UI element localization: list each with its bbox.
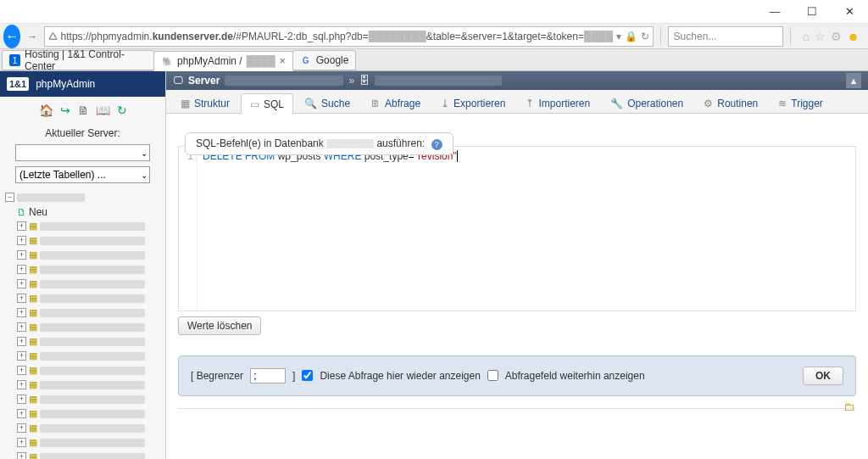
browser-tab-label: Google xyxy=(316,54,349,66)
delimiter-input[interactable] xyxy=(250,368,286,383)
tree-item[interactable]: +▦ xyxy=(17,406,162,421)
tab-trigger[interactable]: ≋Trigger xyxy=(769,92,832,113)
tree-item[interactable]: +▦ xyxy=(17,291,162,305)
editor-gutter: 1 xyxy=(179,147,198,311)
db-tree: − 🗋Neu +▦ +▦ +▦ +▦ +▦ +▦ +▦ +▦ +▦ +▦ +▦ … xyxy=(0,187,165,459)
browser-search-input[interactable]: Suchen... xyxy=(668,26,784,47)
recent-select-value: (Letzte Tabellen) ... xyxy=(19,169,106,181)
favicon-icon: G xyxy=(300,54,312,66)
tree-item[interactable]: +▦ xyxy=(17,262,162,277)
reload-icon[interactable]: ↻ xyxy=(641,31,649,42)
show-again-label: Diese Abfrage hier wieder anzeigen xyxy=(320,370,480,382)
breadcrumb-db-name[interactable] xyxy=(375,76,502,86)
site-identity-icon: 🛆 xyxy=(48,31,58,42)
browser-tab-hosting[interactable]: 1 Hosting | 1&1 Control-Center xyxy=(2,50,154,70)
favicon-icon: 🐘 xyxy=(161,55,173,67)
tab-operationen[interactable]: 🔧Operationen xyxy=(601,92,693,113)
tree-item[interactable]: +▦ xyxy=(17,320,162,334)
window-minimize-button[interactable]: — xyxy=(756,0,793,24)
chevron-down-icon: ⌄ xyxy=(141,148,147,158)
tab-struktur[interactable]: ▦Struktur xyxy=(171,92,239,113)
tab-sql[interactable]: ▭SQL xyxy=(241,93,293,114)
tree-item[interactable]: +▦ xyxy=(17,392,162,406)
breadcrumb-server-label: Server xyxy=(188,75,220,87)
structure-icon: ▦ xyxy=(181,98,190,109)
tree-item[interactable]: +▦ xyxy=(17,233,162,248)
feedback-icon[interactable]: ☻ xyxy=(847,30,860,43)
tree-item[interactable]: +▦ xyxy=(17,450,162,459)
tree-item[interactable]: +▦ xyxy=(17,248,162,262)
show-query-again-checkbox[interactable] xyxy=(302,370,313,381)
tree-item[interactable]: +▦ xyxy=(17,349,162,363)
address-bar[interactable]: 🛆 https://phpmyadmin.kundenserver.de/#PM… xyxy=(44,26,654,47)
tree-new-label: Neu xyxy=(29,206,47,218)
bookmark-icon[interactable]: 🗀 xyxy=(843,400,854,413)
window-titlebar: — ☐ ✕ xyxy=(0,0,868,24)
tree-item[interactable]: +▦ xyxy=(17,305,162,320)
tab-abfrage[interactable]: 🗎Abfrage xyxy=(361,92,430,113)
query-options-bar: [ Begrenzer ] Diese Abfrage hier wieder … xyxy=(178,355,856,396)
gear-icon[interactable]: ⚙ xyxy=(831,30,842,43)
browser-tabbar: 1 Hosting | 1&1 Control-Center 🐘 phpMyAd… xyxy=(0,49,868,71)
close-tab-icon[interactable]: × xyxy=(280,55,286,67)
routines-icon: ⚙ xyxy=(704,98,713,109)
tree-root[interactable]: − xyxy=(5,190,162,204)
logout-icon[interactable]: ↪ xyxy=(60,104,70,117)
window-maximize-button[interactable]: ☐ xyxy=(793,0,831,24)
favorites-icon[interactable]: ☆ xyxy=(815,30,826,43)
help-icon[interactable]: ? xyxy=(431,139,442,150)
nav-back-button[interactable]: ← xyxy=(3,25,20,48)
retain-query-box-checkbox[interactable] xyxy=(487,370,498,381)
window-close-button[interactable]: ✕ xyxy=(831,0,868,24)
export-icon: ⤓ xyxy=(441,98,449,109)
tree-item[interactable]: +▦ xyxy=(17,378,162,392)
server-select[interactable]: ⌄ xyxy=(15,144,150,161)
delimiter-label-close: ] xyxy=(292,370,295,382)
sql-editor[interactable]: 1 DELETE FROM wp_posts WHERE post_type="… xyxy=(178,146,856,311)
tab-exportieren[interactable]: ⤓Exportieren xyxy=(431,92,515,113)
tree-item[interactable]: +▦ xyxy=(17,277,162,291)
browser-tab-phpmyadmin[interactable]: 🐘 phpMyAdmin / ████ × xyxy=(153,51,293,71)
sql-icon[interactable]: 🗎 xyxy=(77,104,89,117)
tab-suche[interactable]: 🔍Suche xyxy=(295,92,359,113)
home-icon[interactable]: 🏠 xyxy=(39,104,53,117)
tree-item[interactable]: +▦ xyxy=(17,363,162,378)
breadcrumb: 🖵 Server » 🗄 ▴ xyxy=(166,71,868,90)
docs-icon[interactable]: 📖 xyxy=(96,104,110,117)
editor-code[interactable]: DELETE FROM wp_posts WHERE post_type="re… xyxy=(198,147,855,311)
tab-routinen[interactable]: ⚙Routinen xyxy=(694,92,767,113)
favicon-icon: 1 xyxy=(9,54,20,66)
breadcrumb-server-name[interactable] xyxy=(225,76,343,86)
trigger-icon: ≋ xyxy=(778,98,787,109)
tree-item[interactable]: +▦ xyxy=(17,334,162,349)
home-icon[interactable]: ⌂ xyxy=(803,30,810,43)
dropdown-icon[interactable]: ▾ xyxy=(616,31,621,42)
browser-tab-google[interactable]: G Google xyxy=(292,50,357,70)
brand-title: phpMyAdmin xyxy=(36,78,95,90)
import-icon: ⤒ xyxy=(526,98,534,109)
sql-panel-header: SQL-Befehl(e) in Datenbank ausführen: ? xyxy=(185,132,453,155)
tree-item[interactable]: +▦ xyxy=(17,421,162,435)
breadcrumb-separator: » xyxy=(348,75,354,87)
query-icon: 🗎 xyxy=(370,98,381,109)
ok-button[interactable]: OK xyxy=(803,367,843,385)
tree-new[interactable]: 🗋Neu xyxy=(17,204,162,219)
tab-importieren[interactable]: ⤒Importieren xyxy=(516,92,599,113)
delimiter-label: [ Begrenzer xyxy=(191,370,243,382)
collapse-icon[interactable]: ▴ xyxy=(846,73,861,88)
pma-tabs: ▦Struktur ▭SQL 🔍Suche 🗎Abfrage ⤓Exportie… xyxy=(166,90,868,114)
lock-icon: 🔒 xyxy=(625,31,637,42)
browser-tab-label: phpMyAdmin / xyxy=(177,55,242,67)
recent-tables-select[interactable]: (Letzte Tabellen) ... ⌄ xyxy=(15,166,150,183)
reload-icon[interactable]: ↻ xyxy=(117,104,127,117)
search-icon: 🔍 xyxy=(304,98,317,109)
database-icon: 🗄 xyxy=(359,75,370,87)
retain-box-label: Abfragefeld weiterhin anzeigen xyxy=(505,370,645,382)
nav-forward-button[interactable]: → xyxy=(24,25,40,48)
tree-item[interactable]: +▦ xyxy=(17,435,162,450)
brand-logo: 1&1 xyxy=(7,77,29,91)
url-text: https://phpmyadmin.kundenserver.de/#PMAU… xyxy=(61,31,613,42)
sidebar-quick-icons: 🏠 ↪ 🗎 📖 ↻ xyxy=(0,97,165,124)
clear-values-button[interactable]: Werte löschen xyxy=(178,316,261,335)
tree-item[interactable]: +▦ xyxy=(17,219,162,233)
